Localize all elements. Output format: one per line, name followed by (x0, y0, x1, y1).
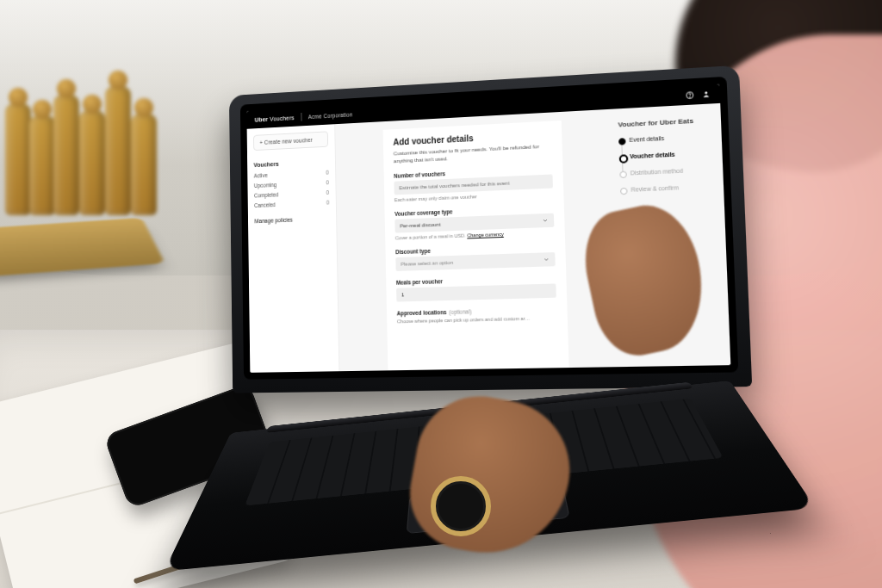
sidebar-item-label: Upcoming (254, 182, 276, 189)
org-name: Acme Corporation (308, 111, 353, 120)
svg-point-1 (690, 96, 691, 97)
field-meals-per-voucher: Meals per voucher (396, 275, 556, 302)
field-coverage-type: Voucher coverage type Per-meal discount … (394, 205, 554, 241)
sidebar-item-label: Completed (254, 192, 278, 199)
sidebar-item-label: Canceled (254, 201, 276, 208)
steps-title: Voucher for Uber Eats (618, 116, 713, 129)
sidebar-item-label: Active (254, 172, 268, 178)
label-text: Approved locations (397, 309, 447, 316)
pepper-mills (5, 69, 169, 215)
step-label: Distribution method (630, 168, 684, 176)
left-sidebar: + Create new voucher Vouchers Active 0 U… (247, 124, 340, 373)
brand-prefix: Uber (255, 116, 269, 123)
sidebar-item-completed[interactable]: Completed 0 (254, 189, 329, 199)
wrist-watch (431, 476, 491, 536)
step-list: Event details Voucher details Distributi… (618, 133, 717, 193)
step-distribution-method: Distribution method (630, 166, 716, 176)
field-approved-locations: Approved locations (optional) Choose whe… (397, 306, 557, 325)
brand-separator (301, 113, 301, 121)
brand-logo: Uber Vouchers (255, 115, 295, 122)
sidebar-section-title: Vouchers (253, 158, 328, 168)
voucher-status-list: Active 0 Upcoming 0 Completed 0 (254, 170, 330, 208)
step-label: Review & confirm (630, 184, 679, 192)
sidebar-item-count: 0 (326, 179, 328, 185)
step-event-details[interactable]: Event details (629, 133, 714, 143)
manage-policies-link[interactable]: Manage policies (254, 215, 329, 224)
page-subtitle: Customise this voucher to fit your needs… (394, 142, 552, 164)
step-review-confirm: Review & confirm (630, 183, 716, 192)
svg-point-2 (705, 91, 707, 94)
field-helper: Choose where people can pick up orders a… (397, 315, 557, 324)
helper-text: Cover a portion of a meal in USD. (395, 233, 468, 241)
sidebar-item-count: 0 (326, 200, 329, 206)
account-icon[interactable] (701, 90, 711, 99)
create-voucher-button[interactable]: + Create new voucher (253, 131, 328, 151)
select-value: Per-meal discount (400, 222, 440, 229)
optional-tag: (optional) (449, 309, 471, 316)
sidebar-item-count: 0 (326, 189, 329, 195)
step-label: Voucher details (630, 152, 675, 160)
meals-per-voucher-input[interactable] (396, 284, 556, 302)
brand-suffix: Vouchers (270, 115, 295, 121)
chevron-down-icon (543, 257, 550, 263)
sidebar-item-upcoming[interactable]: Upcoming 0 (254, 179, 329, 189)
discount-type-select[interactable]: Please select an option (395, 252, 555, 271)
help-icon[interactable] (685, 90, 694, 100)
field-number-of-vouchers: Number of vouchers Each eater may only c… (394, 166, 553, 203)
change-currency-link[interactable]: Change currency (467, 232, 504, 238)
chevron-down-icon (542, 217, 549, 224)
voucher-form-card: Add voucher details Customise this vouch… (383, 121, 569, 370)
select-placeholder: Please select an option (401, 260, 453, 267)
step-voucher-details: Voucher details (630, 149, 715, 159)
sidebar-item-active[interactable]: Active 0 (254, 170, 329, 179)
main-content: Add voucher details Customise this vouch… (335, 109, 621, 372)
step-label: Event details (629, 135, 664, 143)
field-discount-type: Discount type Please select an option (395, 244, 556, 271)
sidebar-item-count: 0 (326, 170, 328, 176)
sidebar-item-canceled[interactable]: Canceled 0 (254, 200, 329, 208)
